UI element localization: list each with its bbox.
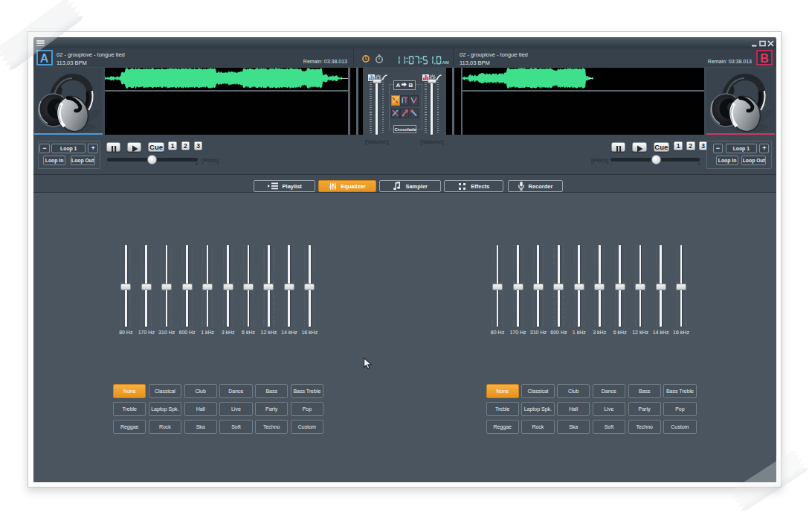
- svg-text:AM: AM: [442, 60, 449, 64]
